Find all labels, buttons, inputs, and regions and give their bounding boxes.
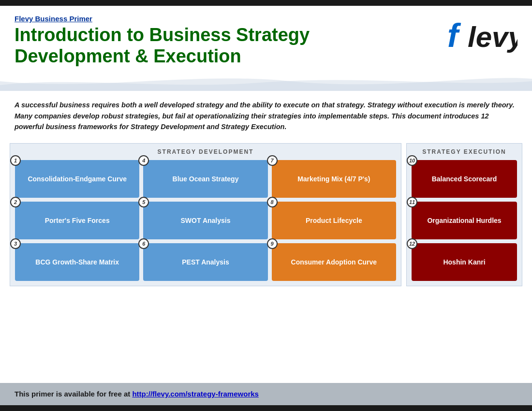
card-product-lifecycle[interactable]: 8 Product Lifecycle (272, 202, 396, 239)
subtitle-link[interactable]: Flevy Business Primer (15, 15, 310, 23)
card-balanced-scorecard[interactable]: 10 Balanced Scorecard (412, 160, 517, 198)
bottom-bar (0, 405, 532, 411)
footer-text-before: This primer is available for free at (15, 390, 132, 398)
badge-12: 12 (407, 238, 417, 249)
strategy-exec-label: STRATEGY EXECUTION (412, 148, 517, 155)
badge-11: 11 (407, 197, 417, 207)
footer-link[interactable]: http://flevy.com/strategy-frameworks (132, 390, 258, 398)
badge-1: 1 (10, 155, 21, 166)
main-title: Introduction to Business Strategy Develo… (15, 25, 310, 67)
flevy-logo: f levy (447, 17, 517, 53)
card-hoshin-kanri[interactable]: 12 Hoshin Kanri (412, 243, 517, 281)
badge-7: 7 (267, 155, 278, 166)
strategy-exec-panel: STRATEGY EXECUTION 10 Balanced Scorecard… (406, 143, 522, 286)
footer-text: This primer is available for free at htt… (15, 390, 259, 398)
body-section: A successful business requires both a we… (0, 91, 532, 139)
dev-columns: 1 Consolidation-Endgame Curve 2 Porter's… (15, 160, 396, 281)
svg-text:levy: levy (468, 21, 517, 53)
card-swot[interactable]: 5 SWOT Analysis (143, 202, 267, 239)
top-bar (0, 0, 532, 6)
card-pest[interactable]: 6 PEST Analysis (143, 243, 267, 281)
badge-4: 4 (138, 155, 149, 166)
card-blue-ocean[interactable]: 4 Blue Ocean Strategy (143, 160, 267, 198)
badge-5: 5 (138, 197, 149, 207)
logo-container: f levy (447, 17, 517, 53)
badge-10: 10 (407, 155, 417, 166)
badge-9: 9 (267, 238, 278, 249)
frameworks-section: STRATEGY DEVELOPMENT 1 Consolidation-End… (0, 143, 532, 286)
intro-text: A successful business requires both a we… (15, 100, 517, 132)
dev-col-3: 7 Marketing Mix (4/7 P's) 8 Product Life… (272, 160, 396, 281)
card-org-hurdles[interactable]: 11 Organizational Hurdles (412, 202, 517, 239)
dev-col-1: 1 Consolidation-Endgame Curve 2 Porter's… (15, 160, 139, 281)
footer: This primer is available for free at htt… (0, 383, 532, 405)
badge-3: 3 (10, 238, 21, 249)
badge-8: 8 (267, 197, 278, 207)
card-consolidation[interactable]: 1 Consolidation-Endgame Curve (15, 160, 139, 198)
badge-2: 2 (10, 197, 21, 207)
exec-col: 10 Balanced Scorecard 11 Organizational … (412, 160, 517, 281)
badge-6: 6 (138, 238, 149, 249)
strategy-dev-panel: STRATEGY DEVELOPMENT 1 Consolidation-End… (10, 143, 401, 286)
header: Flevy Business Primer Introduction to Bu… (0, 6, 532, 72)
header-left: Flevy Business Primer Introduction to Bu… (15, 15, 310, 67)
wave-divider (0, 72, 532, 91)
card-consumer-adoption[interactable]: 9 Consumer Adoption Curve (272, 243, 396, 281)
dev-col-2: 4 Blue Ocean Strategy 5 SWOT Analysis 6 … (143, 160, 267, 281)
strategy-dev-label: STRATEGY DEVELOPMENT (15, 148, 396, 155)
frameworks-grid: STRATEGY DEVELOPMENT 1 Consolidation-End… (10, 143, 522, 286)
main-title-line2: Development & Execution (15, 46, 310, 67)
card-porter[interactable]: 2 Porter's Five Forces (15, 202, 139, 239)
svg-text:f: f (447, 17, 461, 53)
main-title-line1: Introduction to Business Strategy (15, 25, 310, 46)
card-marketing-mix[interactable]: 7 Marketing Mix (4/7 P's) (272, 160, 396, 198)
card-bcg[interactable]: 3 BCG Growth-Share Matrix (15, 243, 139, 281)
